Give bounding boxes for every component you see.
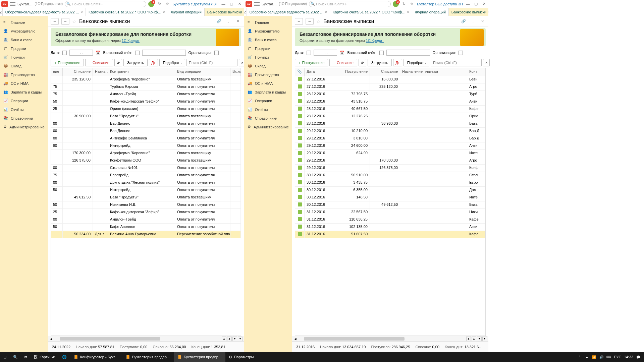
- table-row[interactable]: 29.12.20163 810,00Бар Д: [295, 135, 485, 142]
- bank-check[interactable]: [379, 51, 384, 55]
- sidebar-item[interactable]: 🏷Продажи: [0, 44, 48, 53]
- maximize-button[interactable]: ▢: [473, 1, 479, 7]
- sidebar-item[interactable]: ≡Главное: [244, 18, 292, 27]
- bank-check[interactable]: [135, 51, 140, 55]
- bank-select[interactable]: [386, 50, 430, 56]
- tab-0[interactable]: Оборотно-сальдовая ведомость за 2022 …×: [3, 8, 86, 16]
- sidebar-item[interactable]: 👤Руководителю: [244, 27, 292, 36]
- more-icon[interactable]: ⋮: [470, 18, 476, 25]
- tab-1[interactable]: Карточка счета 51 за 2022 г. ООО "Конф…×: [330, 8, 412, 16]
- table-row[interactable]: 28.12.201672 798,75Турб: [295, 91, 485, 98]
- sidebar-item[interactable]: 🏭Производство: [244, 70, 292, 79]
- tab-2[interactable]: Журнал операций: [168, 8, 205, 16]
- star-icon[interactable]: ☆: [409, 1, 415, 7]
- load-button[interactable]: Загрузить: [368, 59, 392, 66]
- sidebar-item[interactable]: ⚙Администрирование: [0, 123, 48, 131]
- table-row[interactable]: 29.12.2016170 300,00Агро: [295, 157, 485, 165]
- col-icon[interactable]: 📎: [295, 68, 305, 76]
- table-row[interactable]: 00Бар ДионисОплата от покупателя: [51, 120, 241, 128]
- table-row[interactable]: 27.12.2016235 120,00Агро: [295, 83, 485, 91]
- table-row[interactable]: 29.12.2016624,90Инте: [295, 150, 485, 157]
- start-button[interactable]: ⊞: [0, 352, 10, 362]
- tab-3[interactable]: Банковские выписки×: [449, 8, 488, 16]
- sidebar-item[interactable]: 📚Справочники: [244, 114, 292, 123]
- calendar-icon[interactable]: 📅: [340, 51, 344, 55]
- sidebar-item[interactable]: 🚚ОС и НМА: [244, 79, 292, 88]
- tab-1[interactable]: Карточка счета 51 за 2022 г. ООО "Конф…×: [86, 8, 168, 16]
- date-check[interactable]: [307, 51, 311, 55]
- sidebar-item[interactable]: 🏦Банк и касса: [0, 36, 48, 44]
- favorite-icon[interactable]: ☆: [316, 19, 321, 24]
- table-row[interactable]: 30.12.20166 355,00Дом: [295, 187, 485, 194]
- sidebar-item[interactable]: ⚙Администрирование: [244, 123, 292, 131]
- history-icon[interactable]: ↻: [156, 1, 162, 7]
- table-row[interactable]: 170 300,00Агроферма "Коровино"Оплата пос…: [51, 150, 241, 157]
- table-row[interactable]: 31.12.2016110 636,25Кафе: [295, 216, 485, 224]
- tray-wifi-icon[interactable]: 📶: [592, 355, 596, 359]
- taskview-button[interactable]: ⧉: [21, 352, 31, 362]
- taskbar-item[interactable]: 🖼Картинки: [31, 352, 59, 362]
- table-row[interactable]: 235 120,00Агроферма "Коровино"Оплата пос…: [51, 76, 241, 83]
- sidebar-item[interactable]: 📊Отчёты: [0, 105, 48, 114]
- back-button[interactable]: ←: [295, 18, 303, 25]
- tray-keyboard-icon[interactable]: ⌨: [606, 355, 611, 359]
- clock[interactable]: 14:33: [624, 355, 633, 359]
- global-search[interactable]: Поиск Ctrl+Shift+F: [65, 1, 146, 7]
- table-row[interactable]: 00Аквилон-ТрейдОплата от покупателя: [51, 216, 241, 224]
- date-input[interactable]: [69, 50, 93, 56]
- link-icon[interactable]: 🔗: [216, 18, 222, 25]
- table-row[interactable]: 29.12.201624 600,00Анти: [295, 142, 485, 150]
- table-row[interactable]: 126 375,00Конфетпром ООООплата поставщик…: [51, 157, 241, 165]
- sidebar-item[interactable]: 👥Зарплата и кадры: [244, 88, 292, 97]
- sidebar-item[interactable]: 🏦Банк и касса: [244, 36, 292, 44]
- list-search[interactable]: [186, 59, 237, 66]
- user-label[interactable]: Бухгалтер БЕЗ доступа ЗП: [417, 2, 463, 6]
- table-row[interactable]: 31.12.201622 567,50Ники: [295, 209, 485, 216]
- table-row[interactable]: 50Кафе-кондитерская "Зефир"Оплата от пок…: [51, 98, 241, 106]
- calendar-icon[interactable]: 📅: [96, 51, 100, 55]
- table-row[interactable]: 28.12.201612 276,25Орио: [295, 113, 485, 120]
- org-check[interactable]: [214, 51, 219, 55]
- table-row[interactable]: 28.12.201640 667,50Кафе: [295, 106, 485, 113]
- sidebar-item[interactable]: 📦Склад: [244, 62, 292, 70]
- table-row[interactable]: 28.12.201643 518,75Акви: [295, 98, 485, 106]
- taskbar-item[interactable]: 📙Конфигуратор - Бухг…: [70, 352, 122, 362]
- sidebar-item[interactable]: 📈Операции: [0, 97, 48, 105]
- sidebar-item[interactable]: 🛒Покупки: [244, 53, 292, 62]
- notification-badge[interactable]: 2: [393, 1, 399, 7]
- table-row[interactable]: 00Дом отдыха "Лесная поляна"Оплата от по…: [51, 179, 241, 187]
- close-button[interactable]: ✕: [481, 1, 487, 7]
- search-button[interactable]: 🔍: [10, 352, 21, 362]
- minimize-button[interactable]: —: [465, 1, 471, 7]
- menu-icon[interactable]: [10, 2, 15, 6]
- pick-button[interactable]: Подобрать: [404, 59, 429, 66]
- table-row[interactable]: 90ИнтертрейдОплата от покупателя: [51, 142, 241, 150]
- refresh-button[interactable]: ⟳: [359, 59, 366, 66]
- sidebar-item[interactable]: 📦Склад: [0, 62, 48, 70]
- table-row[interactable]: 25Кафе-кондитерская "Зефир"Оплата от пок…: [51, 209, 241, 216]
- sidebar-item[interactable]: 🚚ОС и НМА: [0, 79, 48, 88]
- banner-link[interactable]: 1С:Кредит: [366, 39, 384, 43]
- sidebar-item[interactable]: 🏷Продажи: [244, 44, 292, 53]
- income-button[interactable]: + Поступление: [295, 59, 328, 66]
- tray-sound-icon[interactable]: 🔊: [599, 355, 604, 359]
- table-row[interactable]: 75Турбаза ЯхромаОплата от покупателя: [51, 83, 241, 91]
- table-row[interactable]: 31.12.201651 607,50Кафе: [295, 231, 485, 238]
- list-search[interactable]: [431, 59, 482, 66]
- table-row[interactable]: 50Кафе АполлонОплата от покупателя: [51, 224, 241, 231]
- back-button[interactable]: ←: [51, 18, 59, 25]
- pick-button[interactable]: Подобрать: [159, 59, 185, 66]
- clear-search-button[interactable]: ×: [483, 59, 490, 66]
- sidebar-item[interactable]: 📚Справочники: [0, 114, 48, 123]
- h-scrollbar[interactable]: ◄ ▲▲▼▼: [48, 336, 244, 341]
- notification-badge[interactable]: 1: [148, 1, 154, 7]
- banner-link[interactable]: 1С:Кредит: [122, 39, 140, 43]
- star-icon[interactable]: ☆: [164, 1, 170, 7]
- refresh-button[interactable]: ⟳: [114, 59, 122, 66]
- table-row[interactable]: 75ЕвротрейдОплата от покупателя: [51, 172, 241, 179]
- table-row[interactable]: 50ИнтертрейдОплата от покупателя: [51, 187, 241, 194]
- taskbar-item[interactable]: 📙Бухгалтерия предпр…: [122, 352, 174, 362]
- table-row[interactable]: 29.12.201610 210,00Бар Д: [295, 128, 485, 135]
- tab-0[interactable]: Оборотно-сальдовая ведомость за 2022 …×: [247, 8, 330, 16]
- table-row[interactable]: 00Столовая №101Оплата от покупателя: [51, 165, 241, 172]
